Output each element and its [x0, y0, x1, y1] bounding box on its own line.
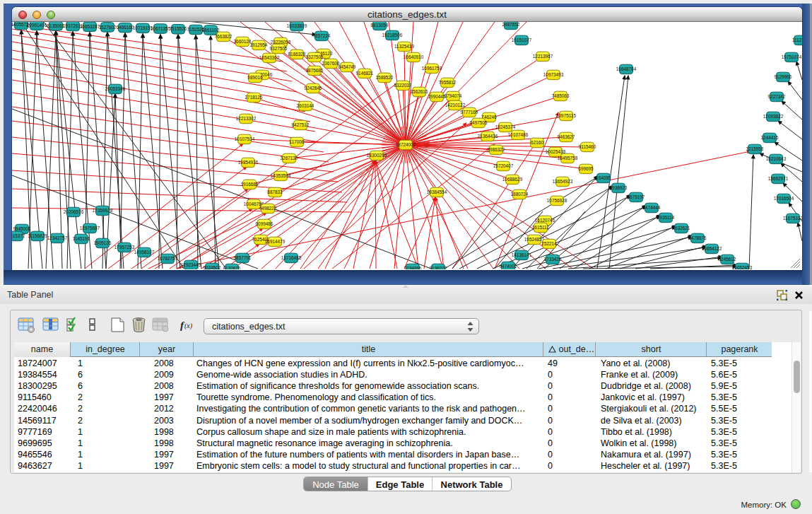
svg-text:14210122: 14210122 — [445, 103, 466, 107]
svg-text:7632621: 7632621 — [673, 226, 690, 230]
svg-text:7515526: 7515526 — [170, 26, 187, 31]
svg-text:1112753: 1112753 — [792, 37, 802, 42]
svg-text:12923445: 12923445 — [181, 262, 201, 267]
svg-text:16640910: 16640910 — [404, 54, 424, 59]
svg-text:9327505: 9327505 — [306, 54, 324, 59]
svg-text:3915372: 3915372 — [12, 233, 25, 238]
svg-text:6679197: 6679197 — [628, 194, 645, 199]
svg-text:18300295: 18300295 — [367, 153, 387, 158]
svg-text:14958107: 14958107 — [134, 250, 155, 255]
svg-text:1588520: 1588520 — [376, 75, 394, 80]
svg-text:3875685: 3875685 — [306, 68, 324, 73]
svg-text:9242845: 9242845 — [305, 86, 322, 90]
svg-text:1733426: 1733426 — [544, 257, 562, 262]
svg-text:20053346: 20053346 — [105, 86, 126, 91]
svg-text:11325419: 11325419 — [394, 44, 414, 49]
svg-text:9115460: 9115460 — [579, 144, 596, 149]
svg-text:8427512: 8427512 — [292, 122, 310, 127]
svg-text:1562615: 1562615 — [411, 89, 428, 94]
svg-text:989016: 989016 — [247, 75, 263, 80]
svg-text:10671355: 10671355 — [151, 26, 171, 31]
svg-text:8322037: 8322037 — [394, 83, 412, 88]
svg-text:9474001: 9474001 — [500, 264, 517, 269]
svg-text:13654923: 13654923 — [553, 179, 573, 184]
svg-text:7234066: 7234066 — [404, 266, 422, 269]
svg-text:12213967: 12213967 — [533, 54, 553, 59]
svg-text:10107534: 10107534 — [235, 136, 255, 141]
svg-text:18245374: 18245374 — [495, 124, 516, 129]
svg-text:1905135: 1905135 — [94, 240, 112, 245]
svg-text:10654122: 10654122 — [702, 246, 722, 251]
svg-text:13716485: 13716485 — [281, 255, 302, 260]
svg-text:7663822: 7663822 — [215, 34, 233, 39]
svg-text:16543362: 16543362 — [259, 55, 280, 60]
svg-text:6099486: 6099486 — [256, 221, 273, 226]
svg-text:16151077: 16151077 — [512, 37, 532, 42]
svg-text:3912954: 3912954 — [250, 42, 268, 47]
svg-text:2718126: 2718126 — [245, 95, 263, 100]
svg-text:9945001: 9945001 — [13, 226, 31, 231]
svg-text:10052453: 10052453 — [732, 265, 753, 269]
svg-text:8132676: 8132676 — [223, 266, 241, 269]
svg-text:699695: 699695 — [578, 166, 594, 171]
svg-text:7485063: 7485063 — [552, 93, 570, 98]
svg-text:3660124: 3660124 — [234, 39, 252, 44]
svg-text:3267130: 3267130 — [281, 156, 298, 160]
svg-text:8478676: 8478676 — [689, 235, 707, 240]
svg-text:10653287: 10653287 — [80, 24, 100, 29]
svg-text:4498222: 4498222 — [259, 206, 277, 211]
svg-text:252214: 252214 — [541, 241, 557, 246]
svg-text:15720407: 15720407 — [493, 163, 514, 168]
svg-text:9227342: 9227342 — [768, 94, 786, 99]
svg-text:16033809: 16033809 — [287, 23, 307, 28]
svg-text:16120746: 16120746 — [535, 218, 555, 223]
svg-text:1615112: 1615112 — [532, 225, 550, 230]
svg-text:2935114: 2935114 — [657, 215, 675, 220]
svg-text:16914479: 16914479 — [265, 239, 286, 244]
svg-text:887833: 887833 — [267, 189, 283, 194]
svg-text:15751074: 15751074 — [782, 54, 802, 59]
svg-text:20991406: 20991406 — [27, 23, 47, 28]
svg-text:2367608: 2367608 — [322, 61, 340, 66]
svg-text:10688629: 10688629 — [502, 177, 523, 182]
svg-text:12213302: 12213302 — [236, 116, 257, 121]
svg-text:9857791: 9857791 — [234, 255, 252, 260]
svg-text:2603144: 2603144 — [297, 103, 314, 108]
svg-text:12093822: 12093822 — [763, 114, 784, 119]
svg-text:19854936: 19854936 — [238, 160, 259, 165]
svg-text:20206576: 20206576 — [64, 209, 84, 214]
svg-text:8186328: 8186328 — [288, 52, 306, 57]
svg-text:10756928: 10756928 — [547, 198, 567, 203]
svg-text:(x): (x) — [184, 322, 193, 330]
svg-text:1916685: 1916685 — [241, 182, 259, 187]
svg-text:17359928: 17359928 — [93, 208, 113, 213]
svg-text:13692971: 13692971 — [768, 176, 789, 181]
svg-text:10973493: 10973493 — [543, 72, 564, 77]
svg-text:16782759: 16782759 — [158, 256, 178, 261]
svg-text:17957253: 17957253 — [114, 245, 135, 250]
svg-text:12975887: 12975887 — [80, 226, 100, 230]
svg-text:14353594: 14353594 — [271, 173, 291, 178]
svg-text:164095: 164095 — [596, 175, 611, 180]
svg-text:16648784: 16648784 — [616, 66, 637, 71]
svg-text:9474444: 9474444 — [643, 205, 661, 210]
svg-text:9327505: 9327505 — [270, 46, 288, 51]
svg-text:19218506: 19218506 — [382, 33, 403, 37]
svg-text:9245612: 9245612 — [719, 257, 736, 262]
svg-text:16210643: 16210643 — [766, 156, 787, 161]
svg-text:9129966: 9129966 — [775, 74, 792, 79]
svg-text:9024502: 9024502 — [204, 265, 221, 269]
svg-text:9463627: 9463627 — [558, 134, 575, 139]
svg-text:6466160: 6466160 — [117, 25, 134, 30]
svg-text:8813054: 8813054 — [371, 23, 389, 28]
svg-text:2487652: 2487652 — [502, 22, 520, 27]
svg-text:13975115: 13975115 — [556, 113, 576, 118]
svg-text:17016504: 17016504 — [774, 196, 794, 201]
svg-text:8454749: 8454749 — [339, 64, 356, 69]
svg-text:1244415: 1244415 — [761, 135, 779, 140]
svg-text:117006: 117006 — [290, 139, 305, 144]
svg-text:18724007: 18724007 — [396, 142, 416, 147]
svg-text:18495758: 18495758 — [558, 156, 578, 160]
svg-text:11675312: 11675312 — [783, 216, 802, 221]
svg-text:12342757: 12342757 — [47, 235, 68, 240]
